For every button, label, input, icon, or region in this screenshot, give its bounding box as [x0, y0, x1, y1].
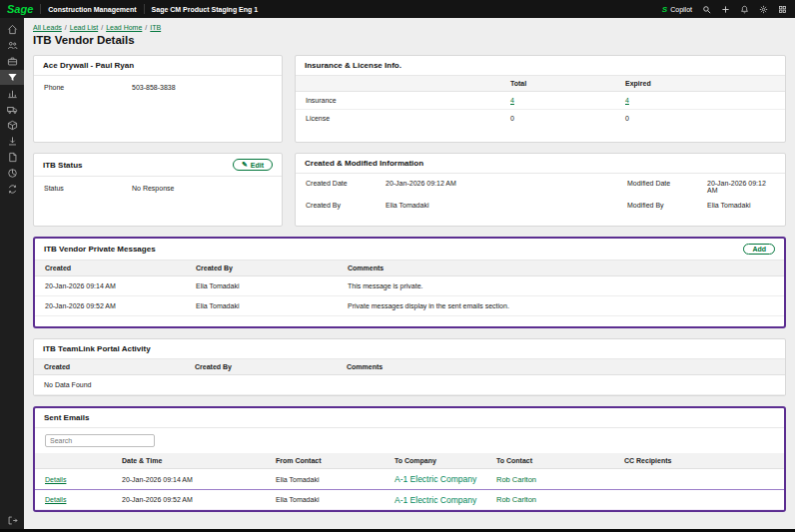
- insurance-license-card: Insurance & License Info. Total Expired …: [295, 55, 786, 143]
- col-to-company: To Company: [395, 457, 496, 464]
- modified-by-value: Elia Tomadaki: [707, 202, 775, 209]
- contact-card-title: Ace Drywall - Paul Ryan: [43, 61, 134, 70]
- page-title: ITB Vendor Details: [33, 34, 786, 46]
- bell-icon[interactable]: [740, 5, 749, 14]
- created-modified-card: Created & Modified Information Created D…: [295, 153, 786, 227]
- to-contact-link[interactable]: Rob Carlton: [496, 475, 536, 484]
- status-field: Status No Response: [34, 177, 282, 198]
- email-from-contact: Elia Tomadaki: [276, 476, 395, 483]
- topbar-left: Sage Construction Management Sage CM Pro…: [7, 3, 258, 15]
- sent-emails-card: Sent Emails Date & Time From Contact To …: [33, 406, 786, 512]
- box-icon[interactable]: [0, 118, 24, 133]
- private-message-row: 20-Jan-2026 09:14 AM Elia Tomadaki This …: [35, 276, 784, 296]
- col-comments: Comments: [348, 265, 784, 271]
- details-link[interactable]: Details: [45, 496, 66, 503]
- search-icon[interactable]: [702, 5, 711, 14]
- insurance-col-blank: [296, 80, 510, 87]
- topbar-actions: S Copilot: [662, 5, 787, 14]
- copilot-button[interactable]: S Copilot: [662, 5, 692, 14]
- created-date-label: Created Date: [306, 180, 386, 194]
- insurance-expired-link[interactable]: 4: [625, 97, 629, 104]
- to-company-link[interactable]: A-1 Electric Company: [395, 495, 476, 505]
- col-to-contact: To Contact: [496, 457, 624, 464]
- bar-chart-icon[interactable]: [0, 86, 24, 101]
- col-created-by: Created By: [196, 265, 348, 271]
- breadcrumb: All Leads/Lead List/Lead Home/ITB: [33, 24, 786, 31]
- created-modified-header: Created & Modified Information: [296, 154, 785, 174]
- pie-chart-icon[interactable]: [0, 166, 24, 181]
- insurance-col-total: Total: [510, 80, 625, 87]
- pm-created-by: Elia Tomadaki: [196, 282, 348, 289]
- edit-icon: ✎: [242, 161, 248, 169]
- file-icon[interactable]: [0, 150, 24, 165]
- contact-card: Ace Drywall - Paul Ryan Phone 503-858-38…: [33, 55, 283, 143]
- created-modified-by-row: Created By Elia Tomadaki Modified By Eli…: [296, 196, 785, 211]
- private-message-row: 20-Jan-2026 09:52 AM Elia Tomadaki Priva…: [35, 296, 784, 316]
- users-icon[interactable]: [0, 38, 24, 53]
- truck-icon[interactable]: [0, 102, 24, 117]
- edit-button[interactable]: ✎ Edit: [233, 159, 273, 171]
- copilot-icon: S: [662, 5, 667, 14]
- pm-comments: Private messages display in the sent ema…: [348, 302, 784, 309]
- main-content: All Leads/Lead List/Lead Home/ITB ITB Ve…: [24, 18, 795, 532]
- created-modified-date-row: Created Date 20-Jan-2026 09:12 AM Modifi…: [296, 174, 785, 196]
- license-total-value: 0: [510, 115, 625, 122]
- gear-icon[interactable]: [759, 5, 768, 14]
- topbar-divider: [144, 4, 145, 14]
- phone-value: 503-858-3838: [132, 84, 176, 91]
- breadcrumb-itb[interactable]: ITB: [150, 24, 161, 31]
- email-from-contact: Elia Tomadaki: [276, 496, 395, 503]
- phone-label: Phone: [44, 84, 132, 91]
- license-expired-value: 0: [625, 115, 785, 122]
- col-comments: Comments: [347, 363, 785, 370]
- breadcrumb-separator: /: [65, 24, 67, 31]
- apps-icon[interactable]: [778, 5, 787, 14]
- sent-emails-header: Sent Emails: [35, 408, 784, 428]
- insurance-card-title: Insurance & License Info.: [305, 61, 401, 70]
- logout-icon[interactable]: [0, 513, 24, 528]
- email-datetime: 20-Jan-2026 09:14 AM: [122, 476, 276, 483]
- private-messages-title: ITB Vendor Private Messages: [44, 245, 156, 254]
- briefcase-icon[interactable]: [0, 54, 24, 69]
- insurance-total-link[interactable]: 4: [510, 97, 514, 104]
- contact-card-header: Ace Drywall - Paul Ryan: [34, 56, 282, 76]
- copilot-label: Copilot: [670, 6, 692, 13]
- license-row: License 0 0: [296, 110, 785, 127]
- pm-created: 20-Jan-2026 09:52 AM: [35, 302, 196, 309]
- insurance-col-expired: Expired: [625, 80, 785, 87]
- filter-icon[interactable]: [0, 70, 24, 85]
- created-date-value: 20-Jan-2026 09:12 AM: [386, 180, 627, 194]
- private-messages-header: ITB Vendor Private Messages Add: [35, 239, 784, 261]
- row-status-created: ITB Status ✎ Edit Status No Response Cre…: [33, 153, 786, 227]
- breadcrumb-lead-list[interactable]: Lead List: [70, 24, 98, 31]
- home-icon[interactable]: [0, 22, 24, 37]
- to-contact-link[interactable]: Rob Carlton: [496, 495, 536, 504]
- details-link[interactable]: Details: [45, 476, 66, 483]
- breadcrumb-lead-home[interactable]: Lead Home: [106, 24, 142, 31]
- modified-date-value: 20-Jan-2026 09:12 AM: [707, 180, 775, 194]
- plus-icon[interactable]: [721, 5, 730, 14]
- private-messages-card: ITB Vendor Private Messages Add Created …: [33, 237, 786, 328]
- sync-icon[interactable]: [0, 182, 24, 197]
- col-blank: [35, 457, 122, 464]
- itb-status-title: ITB Status: [43, 161, 83, 170]
- col-created-by: Created By: [195, 363, 347, 370]
- teamlink-activity-card: ITB TeamLink Portal Activity Created Cre…: [33, 338, 786, 396]
- search-input[interactable]: [45, 434, 155, 447]
- row-contact-insurance: Ace Drywall - Paul Ryan Phone 503-858-38…: [33, 55, 786, 143]
- breadcrumb-separator: /: [101, 24, 103, 31]
- email-datetime: 20-Jan-2026 09:52 AM: [122, 496, 276, 503]
- add-button[interactable]: Add: [743, 244, 775, 255]
- pm-comments: This message is private.: [348, 282, 784, 289]
- breadcrumb-all-leads[interactable]: All Leads: [33, 24, 62, 31]
- insurance-card-header: Insurance & License Info.: [296, 56, 785, 76]
- insurance-row: Insurance 4 4: [296, 92, 785, 110]
- topbar-divider: [40, 4, 41, 14]
- download-icon[interactable]: [0, 134, 24, 149]
- col-from-contact: From Contact: [276, 457, 395, 464]
- created-modified-title: Created & Modified Information: [305, 159, 423, 168]
- col-created: Created: [35, 265, 196, 271]
- phone-field: Phone 503-858-3838: [34, 76, 282, 97]
- to-company-link[interactable]: A-1 Electric Company: [395, 474, 476, 484]
- pm-created: 20-Jan-2026 09:14 AM: [35, 282, 196, 289]
